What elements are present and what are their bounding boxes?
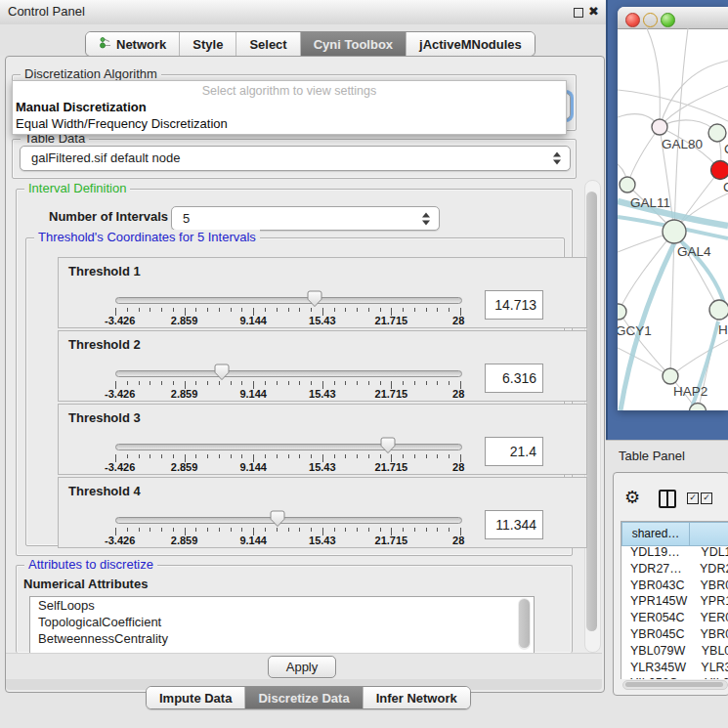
tab-label: Infer Network <box>376 691 457 706</box>
bottom-tab-discretize-data[interactable]: Discretize Data <box>245 687 363 708</box>
numerical-attributes-list[interactable]: SelfLoopsTopologicalCoefficientBetweenne… <box>29 596 535 654</box>
table-data-combobox[interactable]: galFiltered.sif default node <box>20 146 571 171</box>
network-node-GAL4[interactable] <box>663 220 686 243</box>
checkbox-icon[interactable]: ✓ <box>687 492 699 504</box>
network-node-GAL80[interactable] <box>652 119 667 135</box>
network-node-HAP2[interactable] <box>663 368 678 384</box>
threshold-value-field[interactable]: 14.713 <box>485 290 543 320</box>
threshold-value-field[interactable]: 21.4 <box>485 437 543 466</box>
attribute-list-item[interactable]: SelfLoops <box>30 597 534 614</box>
algorithm-option-equal-width[interactable]: Equal Width/Frequency Discretization <box>16 116 228 131</box>
threshold-panel: Threshold 4 -3.4262.8599.14415.4321.7152… <box>58 477 587 548</box>
network-edge[interactable] <box>647 28 660 127</box>
mac-zoom-icon[interactable] <box>661 13 675 27</box>
scrollbar-thumb[interactable] <box>625 682 723 687</box>
slider-handle[interactable] <box>307 290 322 308</box>
table-row[interactable]: YIL052CYIL0 <box>621 676 728 679</box>
attributes-list-scrollbar[interactable] <box>518 598 531 650</box>
network-window[interactable]: GAL80GACGAL11GAL4GCY1HHAP2 <box>618 7 728 410</box>
network-edge[interactable] <box>618 90 728 121</box>
cell-shared-name: YPR145W <box>621 594 691 611</box>
slider-handle[interactable] <box>380 437 396 454</box>
network-node-node-top-right[interactable] <box>708 124 726 142</box>
network-node-GAL11[interactable] <box>620 177 635 193</box>
table-row[interactable]: YDL19…YDL1 <box>621 545 728 562</box>
close-icon[interactable]: ✖ <box>588 4 599 19</box>
cell-name: YDR2 <box>691 562 728 578</box>
bottom-tab-infer-network[interactable]: Infer Network <box>364 687 470 708</box>
slider-tick-labels: -3.4262.8599.14415.4321.71528 <box>115 315 460 326</box>
table-row[interactable]: YDR27…YDR2 <box>621 562 728 578</box>
tab-label: Discretize Data <box>258 691 349 706</box>
gear-icon[interactable]: ⚙ <box>624 487 640 507</box>
node-table: shared… na YDL19…YDL1YDR27…YDR2YBR043CYB… <box>621 521 728 679</box>
scrollbar-thumb[interactable] <box>586 192 597 631</box>
tab-jactivemnodules[interactable]: jActiveMNodules <box>407 32 535 56</box>
combo-stepper-icon[interactable] <box>422 212 431 225</box>
number-of-intervals-label: Number of Intervals <box>49 209 168 224</box>
algorithm-popup-hint: Select algorithm to view settings <box>13 84 566 98</box>
slider-track[interactable] <box>115 297 462 304</box>
threshold-value-field[interactable]: 6.316 <box>485 364 543 393</box>
network-edge[interactable] <box>619 232 674 312</box>
threshold-label: Threshold 2 <box>68 337 141 352</box>
network-node-GCY1[interactable] <box>618 304 626 320</box>
network-edge[interactable] <box>618 348 670 376</box>
column-header-shared-name[interactable]: shared… <box>621 522 690 546</box>
network-icon <box>99 36 111 52</box>
network-edge[interactable] <box>674 28 688 232</box>
cell-shared-name: YBR043C <box>621 578 691 595</box>
network-node-red-node[interactable] <box>711 161 728 180</box>
bottom-tab-impute-data[interactable]: Impute Data <box>147 687 245 708</box>
network-canvas[interactable]: GAL80GACGAL11GAL4GCY1HHAP2 <box>618 28 728 410</box>
slider-handle[interactable] <box>270 510 285 528</box>
combo-stepper-icon[interactable] <box>553 152 562 165</box>
slider-handle[interactable] <box>214 364 230 381</box>
checkbox-icon[interactable]: ✓ <box>701 492 712 504</box>
network-window-titlebar[interactable] <box>618 7 728 29</box>
table-row[interactable]: YBL079WYBL0 <box>621 644 728 661</box>
attribute-list-item[interactable]: BetweennessCentrality <box>30 630 534 647</box>
slider-track[interactable] <box>115 444 462 450</box>
float-window-icon[interactable] <box>574 8 583 18</box>
thresholds-group-title: Threshold's Coordinates for 5 Intervals <box>34 230 260 244</box>
cell-shared-name: YBR045C <box>621 627 691 644</box>
algorithm-option-manual[interactable]: Manual Discretization <box>16 100 147 114</box>
table-row[interactable]: YBR043CYBR0 <box>621 578 728 595</box>
cyni-bottom-tabs: Impute DataDiscretize DataInfer Network <box>146 686 471 709</box>
network-node-H-node[interactable] <box>709 300 728 320</box>
tab-label: Style <box>193 37 223 52</box>
tab-style[interactable]: Style <box>180 32 236 56</box>
threshold-value-field[interactable]: 11.344 <box>485 510 543 539</box>
network-node-label: GAL11 <box>630 195 670 210</box>
table-row[interactable]: YBR045CYBR0 <box>621 627 728 644</box>
cell-name: YBL0 <box>693 644 728 661</box>
slider-track[interactable] <box>115 370 462 377</box>
scrollbar-thumb[interactable] <box>519 599 530 648</box>
table-row[interactable]: YPR145WYPR1 <box>621 594 728 611</box>
table-row[interactable]: YLR345WYLR3 <box>621 661 728 677</box>
split-columns-icon[interactable] <box>659 490 676 508</box>
table-horizontal-scrollbar[interactable] <box>622 680 728 690</box>
slider-track[interactable] <box>115 517 462 524</box>
mac-close-icon[interactable] <box>625 13 640 27</box>
threshold-panel: Threshold 1 -3.4262.8599.14415.4321.7152… <box>58 257 587 328</box>
discretization-algorithm-group-title: Discretization Algorithm <box>21 66 161 81</box>
tab-cyni-toolbox[interactable]: Cyni Toolbox <box>301 32 407 56</box>
mac-minimize-icon[interactable] <box>643 13 658 27</box>
attribute-list-item[interactable]: TopologicalCoefficient <box>30 614 534 630</box>
table-row[interactable]: YER054CYER0 <box>621 611 728 627</box>
network-node-label: C <box>723 180 728 194</box>
number-of-intervals-combobox[interactable]: 5 <box>171 206 440 231</box>
tab-network[interactable]: Network <box>86 32 180 56</box>
network-edge[interactable] <box>627 127 660 185</box>
tab-label: jActiveMNodules <box>419 37 522 52</box>
threshold-label: Threshold 4 <box>68 484 141 498</box>
apply-button[interactable]: Apply <box>268 656 336 678</box>
column-header-name[interactable]: na <box>689 522 728 546</box>
tab-select[interactable]: Select <box>236 32 300 56</box>
network-node-label: H <box>718 322 728 337</box>
network-edge[interactable] <box>670 340 728 376</box>
network-graph[interactable]: GAL80GACGAL11GAL4GCY1HHAP2 <box>618 28 728 410</box>
attributes-group-title: Attributes to discretize <box>24 557 157 572</box>
